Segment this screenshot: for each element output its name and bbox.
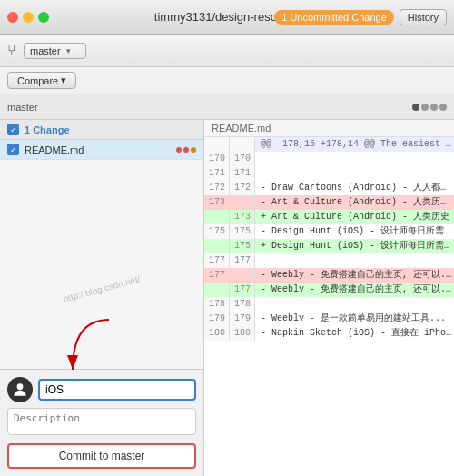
branch-name: master xyxy=(30,45,61,56)
maximize-button[interactable] xyxy=(38,12,49,23)
description-textarea[interactable] xyxy=(7,408,196,435)
right-panel: README.md @@ -178,15 +178,14 @@ The easi… xyxy=(204,120,454,476)
file-list: ✓ README.md xyxy=(0,140,203,254)
traffic-lights xyxy=(7,12,49,23)
select-all-checkbox[interactable]: ✓ xyxy=(7,124,19,135)
avatar xyxy=(7,377,33,402)
main-content: ✓ 1 Change ✓ README.md http://blog.csdn.… xyxy=(0,120,454,476)
branch-label-row: master xyxy=(0,94,454,120)
diff-code: @@ -178,15 +178,14 @@ The easiest wa... xyxy=(255,137,454,152)
summary-input[interactable] xyxy=(38,379,196,401)
compare-button[interactable]: Compare ▾ xyxy=(7,72,76,89)
changes-header: ✓ 1 Change xyxy=(0,120,203,140)
diff-row-meta: @@ -178,15 +178,14 @@ The easiest wa... xyxy=(204,137,454,152)
compare-label: Compare xyxy=(17,75,58,86)
watermark-text: http://blog.csdn.net/ xyxy=(62,273,141,303)
close-button[interactable] xyxy=(7,12,18,23)
file-item: ✓ README.md xyxy=(0,140,203,160)
toolbar: ⑂ master xyxy=(0,35,454,67)
left-panel: ✓ 1 Change ✓ README.md http://blog.csdn.… xyxy=(0,120,204,476)
svg-point-0 xyxy=(17,383,24,390)
compare-chevron-icon: ▾ xyxy=(61,74,66,86)
file-status-dots xyxy=(176,147,196,153)
file-name: README.md xyxy=(25,144,171,155)
branch-selector[interactable]: master xyxy=(24,43,86,59)
file-checkbox[interactable]: ✓ xyxy=(7,144,19,155)
summary-input-wrapper xyxy=(7,377,196,402)
diff-content[interactable]: @@ -178,15 +178,14 @@ The easiest wa... … xyxy=(204,137,454,476)
diff-header: README.md xyxy=(204,120,454,137)
diff-line-old xyxy=(204,137,230,152)
watermark: http://blog.csdn.net/ xyxy=(0,254,203,369)
title-bar: timmy3131/design-resource 1 Uncommitted … xyxy=(0,0,454,35)
title-bar-right: 1 Uncommitted Change History xyxy=(274,9,447,25)
branch-label: master xyxy=(7,102,38,113)
commit-button[interactable]: Commit to master xyxy=(7,443,196,469)
minimize-button[interactable] xyxy=(23,12,34,23)
sub-toolbar: Compare ▾ xyxy=(0,67,454,94)
diff-line-new xyxy=(230,137,255,152)
branch-icon: ⑂ xyxy=(7,43,16,59)
uncommitted-badge: 1 Uncommitted Change xyxy=(274,10,394,25)
branch-progress xyxy=(412,104,447,111)
changes-count: 1 Change xyxy=(25,124,70,135)
commit-area: Commit to master xyxy=(0,369,203,476)
history-button[interactable]: History xyxy=(400,9,447,25)
